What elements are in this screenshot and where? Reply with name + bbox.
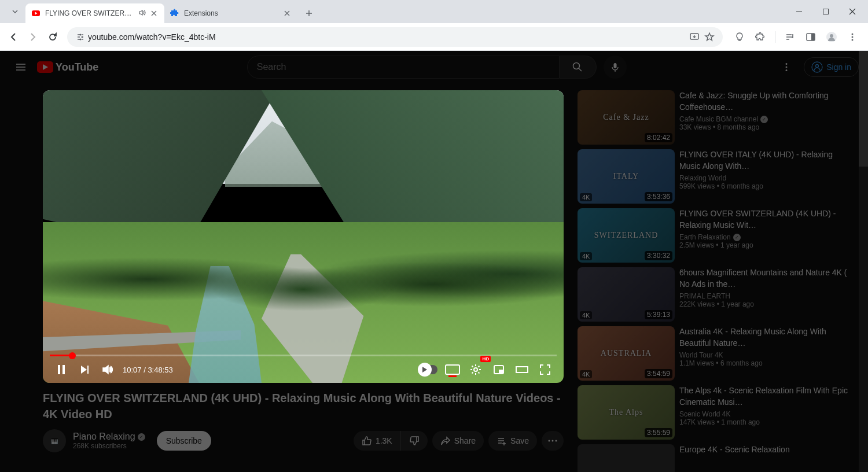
pause-button[interactable] [50, 358, 73, 381]
save-button[interactable]: Save [488, 431, 537, 451]
tabs-dropdown-button[interactable] [7, 3, 23, 20]
search-input[interactable]: Search [247, 56, 560, 79]
suggested-video-title: FLYING OVER SWITZERLAND (4K UHD) - Relax… [679, 208, 854, 231]
youtube-favicon [31, 9, 41, 18]
svg-point-12 [852, 39, 854, 40]
svg-point-13 [573, 63, 580, 69]
cc-button[interactable] [441, 358, 464, 381]
svg-rect-20 [58, 365, 60, 374]
suggested-video-item[interactable]: Europe 4K - Scenic Relaxation [578, 444, 854, 472]
more-actions-button[interactable] [542, 431, 564, 451]
media-control-icon[interactable] [780, 27, 800, 47]
time-display: 10:07 / 3:48:53 [123, 366, 173, 374]
tab-close-button[interactable] [149, 9, 159, 18]
side-panel-icon[interactable] [801, 27, 821, 47]
back-button[interactable] [3, 27, 23, 47]
youtube-logo[interactable]: YouTube [37, 61, 98, 73]
svg-point-17 [786, 69, 788, 71]
youtube-logo-text: YouTube [56, 61, 98, 73]
next-button[interactable] [73, 358, 96, 381]
duration-badge: 5:39:13 [645, 310, 672, 319]
suggested-video-item[interactable]: 4K5:39:13 6hours Magnificent Mountains a… [578, 267, 854, 322]
svg-point-16 [786, 67, 788, 68]
suggested-video-item[interactable]: Cafe & Jazz 8:02:42 Cafe & Jazz: Snuggle… [578, 90, 854, 145]
channel-name[interactable]: Piano Relaxing ✓ [73, 432, 145, 442]
suggested-video-title: 6hours Magnificent Mountains and Nature … [679, 267, 854, 290]
new-tab-button[interactable] [301, 5, 317, 21]
page-scrollbar[interactable] [859, 51, 868, 472]
subscribe-button[interactable]: Subscribe [157, 431, 211, 451]
browser-tab-youtube[interactable]: FLYING OVER SWITZERLAND [25, 3, 164, 23]
extensions-icon[interactable] [751, 27, 770, 47]
suggested-videos-sidebar: Cafe & Jazz 8:02:42 Cafe & Jazz: Snuggle… [578, 90, 854, 472]
svg-point-22 [474, 368, 477, 371]
verified-icon: ✓ [760, 116, 768, 123]
bookmark-icon[interactable] [702, 30, 717, 45]
video-thumbnail: SWITZERLAND 4K3:30:32 [578, 208, 675, 263]
verified-icon: ✓ [733, 234, 741, 241]
miniplayer-button[interactable] [487, 358, 510, 381]
svg-rect-25 [516, 367, 528, 373]
autoplay-toggle[interactable] [418, 358, 441, 381]
suggested-video-item[interactable]: The Alps 3:55:59 The Alps 4k - Scenic Re… [578, 385, 854, 440]
svg-rect-7 [811, 34, 815, 40]
4k-badge: 4K [580, 311, 592, 319]
svg-point-26 [549, 440, 550, 442]
suggested-channel: Scenic World 4K [679, 410, 854, 418]
close-window-button[interactable] [839, 2, 866, 21]
tab-close-button[interactable] [282, 9, 292, 18]
guide-menu-button[interactable] [9, 56, 32, 79]
4k-badge: 4K [580, 252, 592, 260]
dislike-button[interactable] [401, 431, 428, 451]
tab-title: Extensions [184, 9, 282, 17]
settings-button[interactable]: HD [464, 358, 487, 381]
install-app-icon[interactable] [687, 30, 702, 45]
suggested-video-item[interactable]: SWITZERLAND 4K3:30:32 FLYING OVER SWITZE… [578, 208, 854, 263]
suggested-stats: 2.5M views • 1 year ago [679, 241, 854, 249]
4k-badge: 4K [580, 370, 592, 378]
duration-badge: 3:54:59 [645, 369, 672, 378]
maximize-button[interactable] [812, 2, 839, 21]
audio-playing-icon[interactable] [138, 9, 146, 19]
video-thumbnail [578, 444, 675, 472]
verified-icon: ✓ [138, 433, 145, 441]
channel-avatar[interactable]: 🎹 [43, 429, 66, 452]
suggested-channel: Relaxing World [679, 174, 854, 182]
thumbs-up-icon [362, 436, 372, 446]
url-input[interactable] [88, 32, 687, 42]
duration-badge: 3:30:32 [645, 251, 672, 260]
share-icon [440, 436, 451, 446]
svg-rect-21 [62, 365, 65, 374]
search-button[interactable] [560, 56, 597, 79]
settings-menu-button[interactable] [775, 56, 798, 79]
site-settings-icon[interactable] [73, 30, 88, 45]
suggested-channel: PRIMAL EARTH [679, 292, 854, 300]
subscriber-count: 268K subscribers [73, 442, 145, 450]
browser-toolbar-icons [727, 27, 865, 47]
suggested-video-item[interactable]: ITALY 4K3:53:36 FLYING OVER ITALY (4K UH… [578, 149, 854, 204]
volume-button[interactable] [96, 358, 119, 381]
player-controls: 10:07 / 3:48:53 HD [43, 356, 564, 383]
reload-button[interactable] [43, 27, 62, 47]
profile-avatar[interactable] [822, 27, 841, 47]
address-bar[interactable] [67, 27, 723, 47]
browser-menu-button[interactable] [843, 27, 862, 47]
video-thumbnail: ITALY 4K3:53:36 [578, 149, 675, 204]
voice-search-button[interactable] [604, 56, 627, 79]
theater-button[interactable] [510, 358, 534, 381]
browser-tab-extensions[interactable]: Extensions [164, 3, 297, 23]
ellipsis-icon [547, 439, 558, 443]
address-bar-row [0, 23, 868, 51]
forward-button[interactable] [23, 27, 43, 47]
minimize-button[interactable] [786, 2, 812, 21]
share-button[interactable]: Share [432, 431, 484, 451]
like-button[interactable]: 1.3K [354, 431, 401, 451]
browser-tab-strip: FLYING OVER SWITZERLAND Extensions [0, 0, 868, 23]
fullscreen-button[interactable] [534, 358, 557, 381]
video-player[interactable]: 10:07 / 3:48:53 HD [43, 90, 564, 383]
suggested-video-item[interactable]: AUSTRALIA 4K3:54:59 Australia 4K - Relax… [578, 326, 854, 381]
svg-point-9 [830, 34, 833, 38]
sign-in-button[interactable]: Sign in [804, 57, 859, 77]
svg-point-3 [82, 36, 83, 38]
lightbulb-icon[interactable] [730, 27, 749, 47]
